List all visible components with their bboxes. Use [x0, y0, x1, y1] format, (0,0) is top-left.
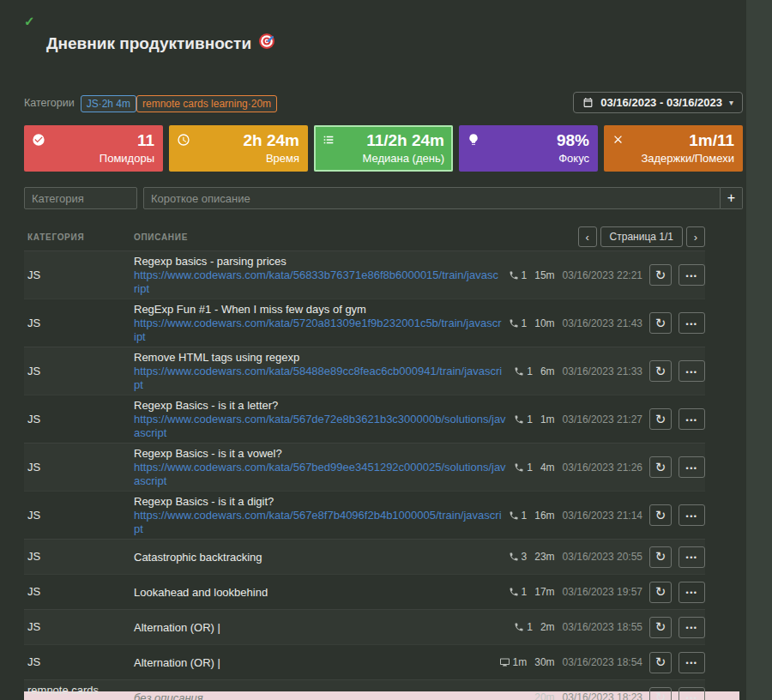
category-badges: JS·2h 4mremnote cards learning·20m [81, 95, 277, 111]
entry-category: JS [24, 461, 127, 474]
entry-timestamp: 03/16/2023 20:55 [563, 551, 642, 563]
table-header: КАТЕГОРИЯ ОПИСАНИЕ ‹ Страница 1/1 › [24, 223, 705, 250]
entry-more-button[interactable]: ••• [679, 456, 705, 478]
x-icon [612, 133, 624, 146]
stat-card-bulb[interactable]: 98%Фокус [459, 125, 598, 172]
entry-more-button[interactable]: ••• [679, 687, 705, 700]
category-filter-badge[interactable]: JS·2h 4m [81, 95, 136, 112]
add-entry-button[interactable]: + [721, 187, 743, 209]
category-input[interactable] [24, 187, 137, 209]
entry-duration: 2m [540, 621, 555, 633]
entry-timestamp: 03/16/2023 21:43 [563, 317, 642, 329]
entry-description-cell: Regexp Basics - is it a digit?https://ww… [134, 495, 502, 535]
stat-card-check-circle[interactable]: 11Помидоры [24, 125, 163, 172]
entry-meta: 323m03/16/2023 20:55 [509, 551, 642, 563]
calls-count-value: 1 [527, 621, 533, 633]
description-input[interactable] [143, 187, 721, 209]
column-header-description: ОПИСАНИЕ [134, 232, 578, 242]
repeat-entry-button[interactable]: ↻ [649, 312, 672, 334]
entry-link[interactable]: https://www.codewars.com/kata/5720a81309… [134, 317, 502, 343]
repeat-entry-button[interactable]: ↻ [649, 264, 672, 286]
date-range-picker[interactable]: 03/16/2023 - 03/16/2023 ▾ [573, 92, 743, 113]
entry-more-button[interactable]: ••• [679, 408, 705, 430]
next-page-button[interactable]: › [686, 226, 705, 247]
repeat-entry-button[interactable]: ↻ [649, 687, 672, 700]
refresh-icon: ↻ [655, 549, 666, 564]
pagination: ‹ Страница 1/1 › [578, 226, 705, 247]
entry-category: JS [24, 317, 127, 330]
entry-timestamp: 03/16/2023 21:14 [563, 510, 642, 522]
table-row: JSRegexp Basics - is it a digit?https://… [24, 491, 705, 539]
success-check-icon: ✓ [24, 14, 743, 29]
calls-count: 1m [499, 656, 528, 668]
repeat-entry-button[interactable]: ↻ [649, 546, 672, 568]
entry-timestamp: 03/16/2023 22:21 [563, 269, 642, 281]
entry-duration: 23m [534, 551, 554, 563]
entry-description-cell: Regexp Basics - is it a vowel?https://ww… [134, 447, 507, 487]
entry-more-button[interactable]: ••• [679, 312, 705, 334]
calls-count: 1 [509, 510, 528, 522]
entry-description-cell: Regexp Basics - is it a letter?https://w… [134, 399, 507, 439]
entry-more-button[interactable]: ••• [679, 582, 705, 603]
repeat-entry-button[interactable]: ↻ [649, 408, 672, 430]
ellipsis-icon: ••• [686, 659, 698, 667]
repeat-entry-button[interactable]: ↻ [649, 456, 672, 478]
category-filter-badge[interactable]: remnote cards learning·20m [136, 95, 277, 112]
entry-link[interactable]: https://www.codewars.com/kata/567e8f7b40… [134, 509, 502, 535]
refresh-icon: ↻ [655, 268, 666, 283]
phone-icon [509, 510, 519, 521]
prev-page-button[interactable]: ‹ [578, 226, 597, 247]
repeat-entry-button[interactable]: ↻ [649, 504, 672, 526]
entry-link[interactable]: https://www.codewars.com/kata/567de72e8b… [134, 413, 506, 439]
entry-meta: 115m03/16/2023 22:21 [509, 269, 642, 281]
entry-more-button[interactable]: ••• [679, 504, 705, 526]
table-body: JSRegexp basics - parsing priceshttps://… [24, 250, 705, 700]
entry-title: Lookahead and lookbehind [134, 586, 502, 599]
entry-more-button[interactable]: ••• [679, 546, 705, 568]
entry-title: Regexp Basics - is it a digit? [134, 495, 502, 508]
stat-label: Медиана (день) [323, 152, 444, 165]
calls-count-value: 1 [527, 413, 533, 425]
entry-timestamp: 03/16/2023 21:33 [563, 365, 642, 377]
calls-count: 3 [509, 551, 528, 563]
stat-value: 11/2h 24m [323, 131, 444, 150]
entry-more-button[interactable]: ••• [679, 617, 705, 638]
entry-link[interactable]: https://www.codewars.com/kata/567bed99ee… [134, 461, 506, 487]
entry-link[interactable]: https://www.codewars.com/kata/58488e89cc… [134, 365, 502, 391]
filters-row: Категории JS·2h 4mremnote cards learning… [24, 92, 743, 113]
entry-more-button[interactable]: ••• [679, 652, 705, 673]
repeat-entry-button[interactable]: ↻ [649, 582, 672, 603]
stat-card-clock[interactable]: 2h 24mВремя [169, 125, 308, 172]
ellipsis-icon: ••• [686, 553, 698, 562]
refresh-icon: ↻ [655, 690, 666, 700]
refresh-icon: ↻ [655, 619, 666, 635]
repeat-entry-button[interactable]: ↻ [649, 617, 672, 638]
entry-no-description: без описания [134, 691, 528, 700]
refresh-icon: ↻ [655, 412, 666, 427]
list-icon [322, 133, 335, 147]
calls-count-value: 1 [522, 317, 528, 329]
phone-icon [514, 622, 524, 632]
entry-more-button[interactable]: ••• [679, 264, 705, 286]
entry-link[interactable]: https://www.codewars.com/kata/56833b7637… [134, 269, 498, 295]
repeat-entry-button[interactable]: ↻ [649, 360, 672, 382]
entry-description-cell: RegExp Fun #1 - When I miss few days of … [134, 303, 502, 343]
phone-icon [509, 318, 519, 329]
table-row: JSRegExp Fun #1 - When I miss few days o… [24, 299, 705, 347]
description-input-group: + [143, 187, 743, 209]
entry-meta: 12m03/16/2023 18:55 [514, 621, 642, 633]
stat-card-x[interactable]: 1m/11Задержки/Помехи [604, 125, 743, 172]
refresh-icon: ↻ [655, 655, 666, 670]
table-row: JSRegexp Basics - is it a letter?https:/… [24, 395, 705, 443]
refresh-icon: ↻ [655, 364, 666, 379]
entry-more-button[interactable]: ••• [679, 360, 705, 382]
entry-duration: 15m [534, 269, 554, 281]
table-row: JSAlternation (OR) |1m30m03/16/2023 18:5… [24, 644, 705, 679]
repeat-entry-button[interactable]: ↻ [649, 652, 672, 673]
entry-timestamp: 03/16/2023 21:27 [563, 413, 642, 425]
stat-value: 98% [467, 131, 589, 150]
calls-count: 1 [514, 413, 533, 425]
ellipsis-icon: ••• [686, 416, 698, 425]
entry-category: remnote cards learning [24, 684, 127, 700]
stat-card-list[interactable]: 11/2h 24mМедиана (день) [314, 125, 453, 172]
